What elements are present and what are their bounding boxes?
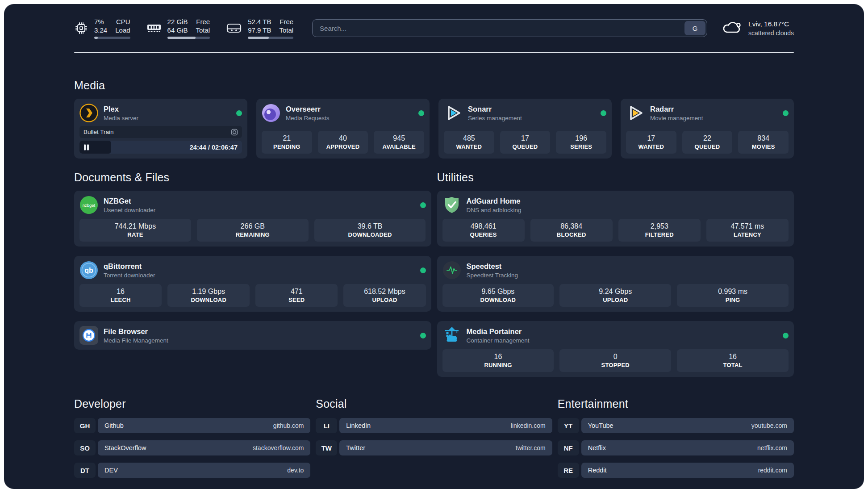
overseerr-icon [262,104,280,122]
bookmark-youtube[interactable]: YT YouTube youtube.com [558,418,794,433]
app-description: Container management [467,337,530,344]
stat-total: 16 TOTAL [677,349,789,372]
cpu-icon [74,21,88,35]
cpu-widget: 7%3.24 CPULoad [74,17,130,39]
stat-downloaded: 39.6 TB DOWNLOADED [314,219,426,242]
section-media: Media Plex Media server [74,79,794,159]
bookmark-abbr: YT [558,418,579,433]
bookmark-twitter[interactable]: TW Twitter twitter.com [316,440,552,455]
app-card-sonarr[interactable]: Sonarr Series management 485 WANTED 17 Q… [438,99,612,159]
stat-download: 9.65 Gbps DOWNLOAD [442,284,554,307]
app-card-filebrowser[interactable]: File Browser Media File Management [74,321,431,350]
app-card-nzbget[interactable]: nzbget NZBGet Usenet downloader 74 [74,191,431,246]
bookmark-abbr: RE [558,463,579,478]
stat-filtered: 2,953 FILTERED [618,219,701,242]
cpu-values: 7%3.24 [94,17,107,34]
stat-available: 945 AVAILABLE [374,131,424,154]
weather-location-temp: Lviv, 16.87°C [748,20,794,28]
cpu-usage-bar-fill [94,37,98,39]
stat-seed: 471 SEED [255,284,338,307]
app-card-radarr[interactable]: Radarr Movie management 17 WANTED 22 QUE… [621,99,794,159]
app-title: AdGuard Home [467,196,522,206]
radarr-icon [626,104,645,122]
now-playing-title: Bullet Train [83,129,114,135]
status-dot-online [420,267,426,273]
app-card-qbittorrent[interactable]: qb qBittorrent Torrent downloader [74,256,431,312]
nzbget-icon: nzbget [79,196,98,214]
stat-approved: 40 APPROVED [318,131,368,154]
app-card-speedtest[interactable]: Speedtest Speedtest Tracking 9.65 Gbps D… [437,256,794,312]
search-engine-button[interactable]: G [684,21,705,35]
qbittorrent-icon: qb [79,261,98,280]
section-developer: Developer GH Github github.com SO StackO… [74,397,310,478]
bookmark-github[interactable]: GH Github github.com [74,418,310,433]
app-title: Radarr [650,104,703,114]
status-dot-online [420,202,426,208]
section-entertainment: Entertainment YT YouTube youtube.com NF … [558,397,794,478]
bookmark-reddit[interactable]: RE Reddit reddit.com [558,463,794,478]
app-title: Media Portainer [467,327,530,336]
bookmark-url: dev.to [287,467,304,474]
now-playing-row: Bullet Train [79,126,242,138]
search-input[interactable] [313,20,683,37]
app-description: Media File Management [104,337,168,344]
status-dot-online [420,333,426,338]
memory-usage-bar-fill [167,37,196,39]
bookmark-url: github.com [273,422,304,429]
app-card-adguard[interactable]: AdGuard Home DNS and adblocking 498,461 … [437,191,794,246]
speedtest-icon [442,261,461,280]
stat-latency: 47.571 ms LATENCY [706,219,789,242]
pause-icon[interactable] [84,144,89,150]
stat-stopped: 0 STOPPED [559,349,671,372]
app-description: Usenet downloader [104,206,155,214]
stat-series: 196 SERIES [556,131,606,154]
app-description: DNS and adblocking [467,206,522,214]
app-title: qBittorrent [104,262,155,271]
memory-widget: 22 GiB64 GiB FreeTotal [146,17,210,39]
bookmark-abbr: GH [74,418,96,433]
storage-usage-bar [248,37,293,39]
stat-movies: 834 MOVIES [738,131,789,154]
stat-blocked: 86,384 BLOCKED [530,219,613,242]
storage-labels: FreeTotal [279,17,293,34]
bookmark-dev[interactable]: DT DEV dev.to [74,463,310,478]
filebrowser-icon [79,326,98,345]
stat-queries: 498,461 QUERIES [442,219,525,242]
header-divider [74,52,794,53]
status-dot-online [601,110,606,116]
bookmark-netflix[interactable]: NF Netflix netflix.com [558,440,794,455]
app-title: NZBGet [104,196,155,206]
app-card-portainer[interactable]: Media Portainer Container management 16 … [437,321,794,377]
status-dot-online [236,110,242,116]
section-social: Social LI LinkedIn linkedin.com TW Twitt… [316,397,552,478]
bookmark-name: YouTube [588,422,613,429]
bookmark-url: stackoverflow.com [253,444,304,451]
bookmark-name: LinkedIn [346,422,371,429]
playback-time: 24:44 / 02:06:47 [190,144,238,151]
portainer-icon [442,326,461,345]
bookmark-stackoverflow[interactable]: SO StackOverflow stackoverflow.com [74,440,310,455]
app-description: Speedtest Tracking [467,272,518,279]
status-dot-online [418,110,424,116]
app-card-plex[interactable]: Plex Media server Bullet Train [74,99,247,159]
app-title: File Browser [104,327,168,336]
weather-condition: scattered clouds [748,29,794,37]
disk-icon [226,22,242,34]
bookmark-abbr: NF [558,440,579,455]
search-bar[interactable]: G [312,19,707,37]
section-title-documents: Documents & Files [74,171,431,184]
storage-usage-bar-fill [248,37,269,39]
adguard-icon [442,196,461,214]
app-description: Movie management [650,114,703,122]
bookmark-url: netflix.com [757,444,787,451]
app-card-overseerr[interactable]: Overseerr Media Requests 21 PENDING 40 A… [256,99,430,159]
stat-running: 16 RUNNING [442,349,554,372]
stat-wanted: 17 WANTED [626,131,676,154]
playback-progress-bar[interactable]: 24:44 / 02:06:47 [79,141,242,154]
stat-wanted: 485 WANTED [444,131,494,154]
section-title-entertainment: Entertainment [558,397,794,410]
bookmark-name: Netflix [588,444,606,451]
bookmark-linkedin[interactable]: LI LinkedIn linkedin.com [316,418,552,433]
memory-labels: FreeTotal [196,17,210,34]
cpu-labels: CPULoad [115,17,130,34]
